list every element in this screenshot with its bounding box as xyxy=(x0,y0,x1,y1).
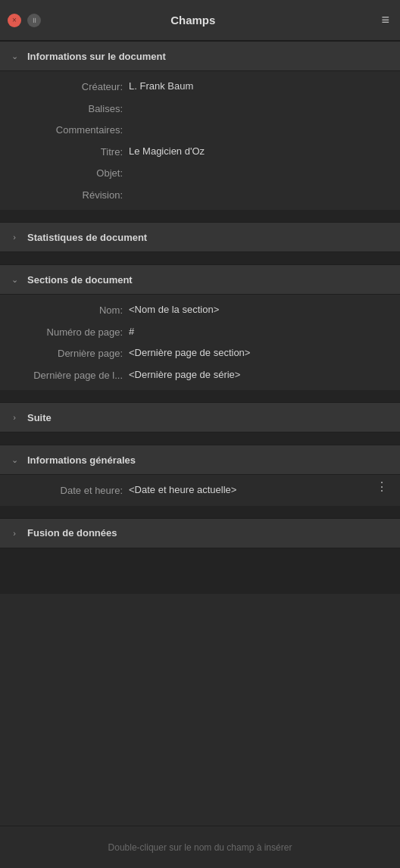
field-label-balises: Balises: xyxy=(0,101,129,117)
field-value-createur: L. Frank Baum xyxy=(129,79,391,94)
gap-6 xyxy=(0,548,400,594)
chevron-down-icon-3: ⌄ xyxy=(9,455,20,465)
panel-title: Champs xyxy=(8,14,378,27)
gap-3 xyxy=(0,390,400,402)
section-title-suite: Suite xyxy=(27,412,52,423)
section-header-sections-document[interactable]: ⌄ Sections de document xyxy=(0,264,400,295)
section-header-info-document[interactable]: ⌄ Informations sur le document xyxy=(0,41,400,71)
field-label-titre: Titre: xyxy=(0,144,129,160)
section-title-sections-document: Sections de document xyxy=(27,274,133,286)
top-bar: × ⏸ Champs ≡ xyxy=(0,0,400,41)
section-header-statistiques[interactable]: › Statistiques de document xyxy=(0,222,400,252)
field-label-revision: Révision: xyxy=(0,187,129,203)
field-value-derniere-page-serie: <Dernière page de série> xyxy=(129,367,391,382)
field-row-numero-page: Numéro de page: # xyxy=(0,321,400,343)
gap-2 xyxy=(0,252,400,264)
gap-4 xyxy=(0,432,400,445)
section-header-suite[interactable]: › Suite xyxy=(0,402,400,432)
field-row-titre: Titre: Le Magicien d'Oz xyxy=(0,141,400,163)
menu-button[interactable]: ≡ xyxy=(378,9,392,31)
content-area: ⌄ Informations sur le document Créateur:… xyxy=(0,41,400,639)
section-header-fusion[interactable]: › Fusion de données xyxy=(0,518,400,548)
gap-5 xyxy=(0,506,400,518)
field-row-derniere-page: Dernière page: <Dernière page de section… xyxy=(0,342,400,364)
chevron-right-icon-3: › xyxy=(9,529,20,538)
field-value-titre: Le Magicien d'Oz xyxy=(129,144,391,159)
field-value-numero-page: # xyxy=(129,324,391,339)
field-label-date-heure: Date et heure: xyxy=(0,482,129,498)
field-row-date-heure: Date et heure: <Date et heure actuelle> … xyxy=(0,479,400,501)
field-label-derniere-page-serie: Dernière page de l... xyxy=(0,367,129,383)
chevron-down-icon-2: ⌄ xyxy=(9,275,20,285)
fields-sections-document: Nom: <Nom de la section> Numéro de page:… xyxy=(0,295,400,390)
field-row-commentaires: Commentaires: xyxy=(0,119,400,141)
field-value-date-heure: <Date et heure actuelle> xyxy=(129,482,373,498)
fields-info-document: Créateur: L. Frank Baum Balises: Comment… xyxy=(0,71,400,210)
fields-info-generales: Date et heure: <Date et heure actuelle> … xyxy=(0,475,400,506)
field-label-numero-page: Numéro de page: xyxy=(0,324,129,340)
field-row-revision: Révision: xyxy=(0,184,400,206)
field-value-nom: <Nom de la section> xyxy=(129,302,391,317)
section-title-fusion: Fusion de données xyxy=(27,527,117,539)
chevron-right-icon: › xyxy=(9,233,20,242)
field-label-createur: Créateur: xyxy=(0,79,129,95)
field-label-objet: Objet: xyxy=(0,165,129,181)
field-value-row-date-heure: <Date et heure actuelle> ⋮ xyxy=(129,482,391,498)
field-row-objet: Objet: xyxy=(0,162,400,184)
section-title-info-generales: Informations générales xyxy=(27,454,136,466)
bottom-hint: Double-cliquer sur le nom du champ à ins… xyxy=(0,826,400,868)
section-title-info-document: Informations sur le document xyxy=(27,51,166,62)
field-row-derniere-page-serie: Dernière page de l... <Dernière page de … xyxy=(0,364,400,386)
hint-text: Double-cliquer sur le nom du champ à ins… xyxy=(108,842,292,853)
section-header-info-generales[interactable]: ⌄ Informations générales xyxy=(0,445,400,475)
field-label-commentaires: Commentaires: xyxy=(0,122,129,138)
field-label-derniere-page: Dernière page: xyxy=(0,345,129,361)
field-row-createur: Créateur: L. Frank Baum xyxy=(0,76,400,98)
options-button-date-heure[interactable]: ⋮ xyxy=(373,481,391,493)
chevron-right-icon-2: › xyxy=(9,413,20,422)
section-title-statistiques: Statistiques de document xyxy=(27,232,147,243)
field-label-nom: Nom: xyxy=(0,302,129,318)
field-row-nom: Nom: <Nom de la section> xyxy=(0,299,400,321)
gap-1 xyxy=(0,210,400,222)
field-row-balises: Balises: xyxy=(0,98,400,120)
chevron-down-icon: ⌄ xyxy=(9,52,20,61)
field-value-derniere-page: <Dernière page de section> xyxy=(129,345,391,361)
